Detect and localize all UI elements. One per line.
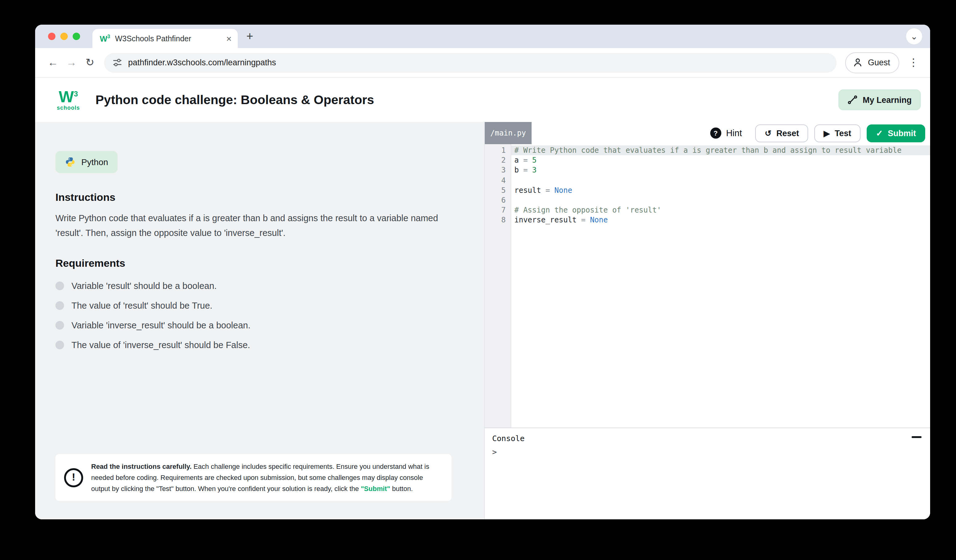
new-tab-button[interactable]: + [246, 30, 253, 42]
code-line[interactable]: 2 a = 5 [485, 155, 930, 165]
python-logo-icon [64, 156, 76, 168]
requirement-status-icon [55, 341, 64, 349]
code-line[interactable]: 6 [485, 195, 930, 205]
code-token: None [554, 186, 572, 195]
browser-tab-strip: W3 W3Schools Pathfinder × + ⌄ [35, 25, 930, 48]
address-bar[interactable]: pathfinder.w3schools.com/learningpaths [104, 53, 836, 72]
console-prompt: > [492, 447, 923, 456]
code-token: 5 [532, 156, 536, 165]
requirement-text: The value of 'inverse_result' should be … [71, 340, 250, 350]
window-controls [48, 33, 80, 40]
code-token: = [546, 186, 554, 195]
requirement-status-icon [55, 301, 64, 310]
main-content: Python Instructions Write Python code th… [35, 122, 930, 519]
minimize-window-button[interactable] [60, 33, 68, 40]
line-number: 7 [485, 205, 511, 215]
test-label: Test [835, 129, 851, 138]
instructions-text: Write Python code that evaluates if a is… [55, 211, 445, 240]
requirement-status-icon [55, 321, 64, 330]
editor-panel: /main.py ? Hint ↺ Reset ▶ Test [484, 122, 930, 519]
submit-button[interactable]: ✓ Submit [867, 124, 925, 142]
line-number: 4 [485, 175, 511, 185]
browser-window: W3 W3Schools Pathfinder × + ⌄ ← → ↻ path… [35, 25, 930, 519]
hint-button[interactable]: ? Hint [710, 127, 742, 138]
reset-icon: ↺ [765, 129, 772, 138]
page-title: Python code challenge: Booleans & Operat… [96, 93, 374, 107]
note-text: Read the instructions carefully. Each ch… [91, 461, 442, 494]
requirement-text: Variable 'inverse_result' should be a bo… [71, 320, 250, 330]
code-token: result [514, 186, 546, 195]
code-line[interactable]: 3 b = 3 [485, 165, 930, 175]
line-number: 6 [485, 195, 511, 205]
code-line[interactable]: 7 # Assign the opposite of 'result' [485, 205, 930, 215]
browser-menu-icon[interactable]: ⋮ [906, 56, 921, 69]
code-lines: 1 # Write Python code that evaluates if … [485, 144, 930, 225]
code-token: = [581, 216, 590, 225]
code-token: # Assign the opposite of 'result' [514, 206, 661, 214]
forward-icon[interactable]: → [62, 53, 81, 72]
requirement-item: The value of 'inverse_result' should be … [55, 335, 484, 355]
browser-tab[interactable]: W3 W3Schools Pathfinder × [93, 29, 238, 48]
reload-icon[interactable]: ↻ [81, 53, 99, 72]
code-editor[interactable]: 1 # Write Python code that evaluates if … [485, 144, 930, 428]
requirement-item: The value of 'result' should be True. [55, 296, 484, 315]
code-token: a [514, 156, 523, 165]
w3schools-logo[interactable]: W3 schools [55, 89, 81, 111]
note-submit-highlight: "Submit" [361, 485, 390, 492]
requirements-list: Variable 'result' should be a boolean. T… [55, 276, 484, 355]
code-line[interactable]: 1 # Write Python code that evaluates if … [485, 145, 930, 155]
my-learning-icon [848, 95, 858, 105]
tab-close-icon[interactable]: × [226, 34, 232, 43]
language-badge: Python [55, 151, 117, 173]
requirements-heading: Requirements [55, 258, 484, 270]
guest-avatar-icon [852, 57, 863, 68]
line-number: 2 [485, 155, 511, 165]
tab-title: W3Schools Pathfinder [115, 34, 221, 43]
instructions-heading: Instructions [55, 192, 484, 204]
reset-button[interactable]: ↺ Reset [755, 124, 808, 142]
test-button[interactable]: ▶ Test [814, 124, 860, 142]
check-icon: ✓ [876, 128, 883, 138]
my-learning-label: My Learning [863, 95, 912, 104]
code-token: # Write Python code that evaluates if a … [514, 146, 901, 155]
code-token: = [523, 156, 532, 165]
code-line[interactable]: 5 result = None [485, 186, 930, 195]
screenshot-stage: W3 W3Schools Pathfinder × + ⌄ ← → ↻ path… [0, 0, 956, 560]
back-icon[interactable]: ← [44, 53, 62, 72]
note-lead: Read the instructions carefully. [91, 462, 192, 470]
note-body-2: button. [390, 485, 413, 492]
site-settings-icon[interactable] [113, 58, 122, 67]
url-text: pathfinder.w3schools.com/learningpaths [128, 58, 276, 67]
line-number: 8 [485, 216, 511, 225]
zoom-window-button[interactable] [73, 33, 80, 40]
code-line[interactable]: 8 inverse_result = None [485, 216, 930, 225]
profile-guest-button[interactable]: Guest [845, 52, 899, 73]
requirement-item: Variable 'inverse_result' should be a bo… [55, 315, 484, 335]
reset-label: Reset [777, 129, 799, 138]
code-token: inverse_result [514, 216, 581, 225]
w3schools-favicon-icon: W3 [100, 35, 110, 43]
code-token: None [590, 216, 608, 225]
page-header: W3 schools Python code challenge: Boolea… [35, 78, 930, 122]
line-number: 5 [485, 186, 511, 195]
file-tab-main-py[interactable]: /main.py [485, 122, 531, 144]
requirement-text: Variable 'result' should be a boolean. [71, 281, 217, 291]
console-collapse-icon[interactable] [912, 436, 921, 438]
code-token: 3 [532, 166, 536, 175]
line-number: 1 [485, 145, 511, 155]
my-learning-button[interactable]: My Learning [839, 89, 921, 110]
play-icon: ▶ [824, 129, 830, 138]
submit-label: Submit [888, 129, 916, 138]
hint-label: Hint [726, 128, 742, 138]
code-token: = [523, 166, 532, 175]
code-line[interactable]: 4 [485, 175, 930, 185]
code-token: b [514, 166, 523, 175]
tab-search-chevron-icon[interactable]: ⌄ [906, 28, 922, 44]
requirement-text: The value of 'result' should be True. [71, 300, 212, 310]
question-circle-icon: ? [710, 127, 721, 138]
editor-toolbar: /main.py ? Hint ↺ Reset ▶ Test [485, 122, 930, 144]
console-panel: Console > [485, 428, 930, 519]
close-window-button[interactable] [48, 33, 55, 40]
instructions-panel: Python Instructions Write Python code th… [35, 122, 484, 519]
note-card: ! Read the instructions carefully. Each … [55, 454, 451, 501]
